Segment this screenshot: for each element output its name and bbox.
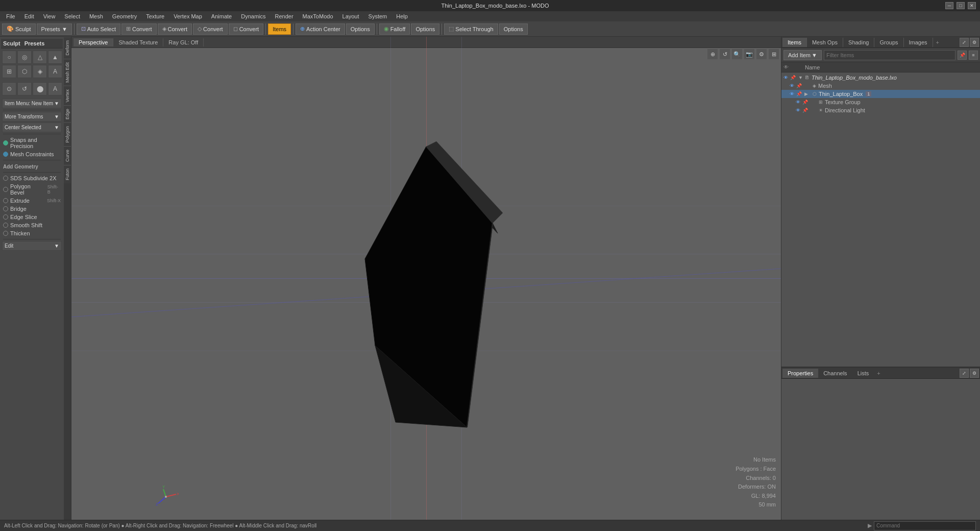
bpanel-settings-icon[interactable]: ⚙: [970, 369, 979, 378]
tool-icon-4[interactable]: ▲: [48, 51, 62, 64]
falloff-button[interactable]: ◉ Falloff: [379, 23, 410, 35]
tool-icon-11[interactable]: ⬤: [33, 82, 47, 95]
items-button[interactable]: Items: [268, 23, 291, 35]
tool-icon-8[interactable]: A: [48, 65, 62, 78]
tool-icon-5[interactable]: ⊞: [2, 65, 16, 78]
menu-item-render[interactable]: Render: [271, 12, 298, 20]
smooth-shift-item[interactable]: Smooth Shift: [1, 221, 63, 229]
item-row-scene[interactable]: 👁 📌 ▼ 🖹 Thin_Laptop_Box_modo_base.lxo: [781, 74, 980, 82]
menu-item-geometry[interactable]: Geometry: [108, 12, 141, 20]
vtab-polygon[interactable]: Polygon: [64, 123, 71, 146]
menu-item-system[interactable]: System: [364, 12, 391, 20]
auto-select-button[interactable]: ⊡ Auto Select: [77, 23, 120, 35]
tool-icon-6[interactable]: ⬡: [17, 65, 32, 78]
presets-button[interactable]: Presets ▼: [37, 23, 72, 35]
item-row-light[interactable]: 👁 📌 ☀ Directional Light: [781, 106, 980, 114]
vp-tab-shaded[interactable]: Shaded Texture: [113, 38, 163, 46]
items-pin-icon[interactable]: 📌: [958, 51, 967, 60]
tool-icon-7[interactable]: ◈: [33, 65, 47, 78]
menu-item-dynamics[interactable]: Dynamics: [237, 12, 270, 20]
extrude-item[interactable]: Extrude Shift-X: [1, 197, 63, 205]
viewport[interactable]: Perspective Shaded Texture Ray GL: Off ⊕…: [71, 37, 781, 520]
menu-item-view[interactable]: View: [39, 12, 60, 20]
edge-slice-item[interactable]: Edge Slice: [1, 213, 63, 221]
tab-items[interactable]: Items: [782, 38, 807, 47]
tab-groups[interactable]: Groups: [874, 38, 903, 47]
item-row-laptop-box[interactable]: 👁 📌 ▶ ⬡ Thin_Laptop_Box 1: [781, 90, 980, 98]
bpanel-tab-lists[interactable]: Lists: [852, 369, 874, 378]
vtab-curve[interactable]: Curve: [64, 146, 71, 165]
tool-icon-1[interactable]: ○: [2, 51, 16, 64]
expand-arrow-1[interactable]: ▼: [798, 75, 803, 80]
vp-icon-1[interactable]: ⊕: [707, 49, 718, 59]
tool-icon-9[interactable]: ⊙: [2, 82, 16, 95]
tab-shading[interactable]: Shading: [843, 38, 874, 47]
menu-item-texture[interactable]: Texture: [142, 12, 168, 20]
convert2-button[interactable]: ◈ Convert: [158, 23, 192, 35]
panel-icon-expand[interactable]: ⤢: [960, 38, 969, 47]
tool-icon-12[interactable]: A: [48, 82, 62, 95]
options1-button[interactable]: Options: [346, 23, 375, 35]
edit-dropdown[interactable]: Edit ▼: [2, 241, 62, 251]
tool-icon-2[interactable]: ◎: [17, 51, 32, 64]
vp-icon-2[interactable]: ↺: [720, 49, 730, 59]
more-transforms-dropdown[interactable]: More Transforms ▼: [2, 112, 62, 122]
convert3-button[interactable]: ◇ Convert: [193, 23, 228, 35]
menu-item-help[interactable]: Help: [392, 12, 412, 20]
vtab-vertex[interactable]: Vertex: [64, 86, 71, 106]
action-center-button[interactable]: ⊕ Action Center: [296, 23, 345, 35]
vp-icon-expand[interactable]: ⊞: [769, 49, 779, 59]
items-list-icon[interactable]: ≡: [969, 51, 978, 60]
vtab-futon[interactable]: Futon: [64, 165, 71, 183]
vp-icon-settings[interactable]: ⚙: [756, 49, 767, 59]
tab-images[interactable]: Images: [904, 38, 933, 47]
sds-subdivide-item[interactable]: SDS Subdivide 2X: [1, 174, 63, 182]
tab-plus[interactable]: +: [933, 38, 942, 47]
filter-items-input[interactable]: [824, 50, 955, 60]
bpanel-tab-channels[interactable]: Channels: [818, 369, 852, 378]
menu-item-vertex map[interactable]: Vertex Map: [169, 12, 206, 20]
add-item-button[interactable]: Add Item ▼: [783, 50, 822, 60]
convert4-button[interactable]: ◻ Convert: [229, 23, 264, 35]
convert1-button[interactable]: ⊞ Convert: [121, 23, 157, 35]
minimize-button[interactable]: ─: [945, 2, 953, 9]
maximize-button[interactable]: □: [957, 2, 965, 9]
menu-item-mesh[interactable]: Mesh: [85, 12, 107, 20]
tool-icon-10[interactable]: ↺: [17, 82, 32, 95]
close-button[interactable]: ✕: [968, 2, 976, 9]
menu-item-layout[interactable]: Layout: [338, 12, 363, 20]
bpanel-tab-properties[interactable]: Properties: [782, 369, 818, 378]
tool-icon-3[interactable]: △: [33, 51, 47, 64]
options3-button[interactable]: Options: [499, 23, 528, 35]
vtab-edge[interactable]: Edge: [64, 105, 71, 123]
vtab-mesh-edit[interactable]: Mesh Edit: [64, 59, 71, 86]
snaps-precision-item[interactable]: Snaps and Precision: [1, 136, 63, 150]
menu-item-edit[interactable]: Edit: [20, 12, 38, 20]
center-selected-dropdown[interactable]: Center Selected ▼: [2, 123, 62, 132]
item-row-mesh-sub[interactable]: 👁 📌 ◈ Mesh: [781, 82, 980, 90]
titlebar-controls[interactable]: ─ □ ✕: [945, 2, 976, 9]
menu-item-maxtomodo[interactable]: MaxToModo: [299, 12, 337, 20]
item-row-texture-group[interactable]: 👁 📌 ⊞ Texture Group: [781, 98, 980, 106]
bpanel-tab-plus[interactable]: +: [874, 369, 883, 378]
expand-arrow-3[interactable]: ▶: [804, 91, 811, 96]
polygon-bevel-item[interactable]: Polygon Bevel Shift-B: [1, 182, 63, 197]
tab-mesh-ops[interactable]: Mesh Ops: [807, 38, 843, 47]
bridge-item[interactable]: Bridge: [1, 205, 63, 213]
options2-button[interactable]: Options: [411, 23, 439, 35]
menu-item-animate[interactable]: Animate: [207, 12, 236, 20]
vtab-deform[interactable]: Deform: [64, 37, 71, 59]
vp-icon-camera[interactable]: 📷: [744, 49, 754, 59]
sculpt-button[interactable]: 🎨 Sculpt: [2, 23, 36, 35]
thicken-item[interactable]: Thicken: [1, 229, 63, 237]
command-input[interactable]: [874, 521, 976, 530]
bpanel-expand-icon[interactable]: ⤢: [960, 369, 969, 378]
vp-tab-perspective[interactable]: Perspective: [74, 38, 113, 46]
panel-icon-settings[interactable]: ⚙: [970, 38, 979, 47]
item-menu-dropdown[interactable]: Item Menu: New Item ▼: [2, 99, 62, 108]
mesh-constraints-item[interactable]: Mesh Constraints: [1, 150, 63, 158]
vp-icon-search[interactable]: 🔍: [732, 49, 742, 59]
menu-item-file[interactable]: File: [2, 12, 19, 20]
select-through-button[interactable]: ⬚ Select Through: [444, 23, 498, 35]
menu-item-select[interactable]: Select: [60, 12, 84, 20]
